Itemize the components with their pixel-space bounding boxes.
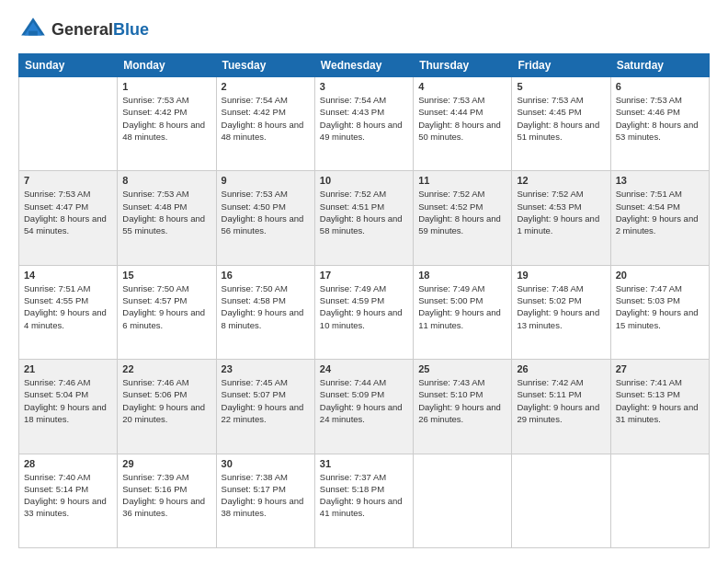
header-sunday: Sunday [19, 54, 118, 77]
calendar-cell: 24Sunrise: 7:44 AMSunset: 5:09 PMDayligh… [314, 360, 413, 454]
day-info: Sunrise: 7:51 AMSunset: 4:54 PMDaylight:… [616, 188, 704, 236]
header-monday: Monday [118, 54, 216, 77]
day-number: 15 [122, 270, 210, 281]
header-thursday: Thursday [414, 54, 512, 77]
calendar-cell: 21Sunrise: 7:46 AMSunset: 5:04 PMDayligh… [19, 360, 118, 454]
day-info: Sunrise: 7:53 AMSunset: 4:42 PMDaylight:… [122, 94, 210, 143]
day-info: Sunrise: 7:53 AMSunset: 4:47 PMDaylight:… [24, 188, 112, 236]
day-number: 17 [320, 270, 408, 281]
day-number: 26 [517, 363, 605, 374]
day-info: Sunrise: 7:49 AMSunset: 4:59 PMDaylight:… [320, 282, 408, 331]
day-number: 16 [222, 270, 310, 281]
calendar-week-row: 28Sunrise: 7:40 AMSunset: 5:14 PMDayligh… [19, 454, 710, 547]
day-number: 2 [222, 81, 310, 92]
day-number: 3 [320, 81, 408, 92]
header-wednesday: Wednesday [314, 54, 413, 77]
day-info: Sunrise: 7:50 AMSunset: 4:57 PMDaylight:… [122, 282, 210, 331]
calendar-cell: 7Sunrise: 7:53 AMSunset: 4:47 PMDaylight… [19, 171, 118, 265]
calendar-cell [414, 454, 512, 547]
header-saturday: Saturday [610, 54, 709, 77]
day-info: Sunrise: 7:42 AMSunset: 5:11 PMDaylight:… [517, 376, 605, 425]
day-info: Sunrise: 7:53 AMSunset: 4:44 PMDaylight:… [418, 94, 506, 143]
day-info: Sunrise: 7:50 AMSunset: 4:58 PMDaylight:… [222, 282, 310, 331]
day-info: Sunrise: 7:53 AMSunset: 4:46 PMDaylight:… [616, 94, 704, 143]
calendar-cell: 11Sunrise: 7:52 AMSunset: 4:52 PMDayligh… [414, 171, 512, 265]
day-number: 6 [616, 81, 704, 92]
day-number: 25 [418, 363, 506, 374]
day-number: 27 [616, 363, 704, 374]
weekday-header-row: Sunday Monday Tuesday Wednesday Thursday… [19, 54, 710, 77]
day-info: Sunrise: 7:53 AMSunset: 4:48 PMDaylight:… [122, 188, 210, 236]
calendar-cell: 12Sunrise: 7:52 AMSunset: 4:53 PMDayligh… [512, 171, 610, 265]
calendar-cell: 27Sunrise: 7:41 AMSunset: 5:13 PMDayligh… [610, 360, 709, 454]
day-info: Sunrise: 7:46 AMSunset: 5:04 PMDaylight:… [24, 376, 112, 425]
calendar-cell [610, 454, 709, 547]
day-info: Sunrise: 7:39 AMSunset: 5:16 PMDaylight:… [122, 471, 210, 520]
day-info: Sunrise: 7:48 AMSunset: 5:02 PMDaylight:… [517, 282, 605, 331]
day-info: Sunrise: 7:47 AMSunset: 5:03 PMDaylight:… [616, 282, 704, 331]
day-number: 8 [122, 175, 210, 186]
logo-blue: Blue [113, 20, 149, 39]
day-number: 11 [418, 175, 506, 186]
day-info: Sunrise: 7:54 AMSunset: 4:43 PMDaylight:… [320, 94, 408, 143]
header: GeneralBlue [18, 15, 710, 44]
day-number: 4 [418, 81, 506, 92]
calendar-cell: 9Sunrise: 7:53 AMSunset: 4:50 PMDaylight… [216, 171, 314, 265]
day-number: 22 [122, 363, 210, 374]
calendar-cell: 18Sunrise: 7:49 AMSunset: 5:00 PMDayligh… [414, 265, 512, 359]
calendar-cell: 6Sunrise: 7:53 AMSunset: 4:46 PMDaylight… [610, 77, 709, 171]
calendar-cell: 17Sunrise: 7:49 AMSunset: 4:59 PMDayligh… [314, 265, 413, 359]
calendar-cell: 10Sunrise: 7:52 AMSunset: 4:51 PMDayligh… [314, 171, 413, 265]
calendar-cell: 3Sunrise: 7:54 AMSunset: 4:43 PMDaylight… [314, 77, 413, 171]
logo: GeneralBlue [18, 15, 149, 44]
day-number: 28 [24, 458, 112, 469]
calendar-cell: 15Sunrise: 7:50 AMSunset: 4:57 PMDayligh… [118, 265, 216, 359]
calendar-cell: 29Sunrise: 7:39 AMSunset: 5:16 PMDayligh… [118, 454, 216, 547]
day-info: Sunrise: 7:44 AMSunset: 5:09 PMDaylight:… [320, 376, 408, 425]
day-number: 10 [320, 175, 408, 186]
day-number: 1 [122, 81, 210, 92]
calendar-cell: 13Sunrise: 7:51 AMSunset: 4:54 PMDayligh… [610, 171, 709, 265]
calendar-cell: 23Sunrise: 7:45 AMSunset: 5:07 PMDayligh… [216, 360, 314, 454]
day-info: Sunrise: 7:37 AMSunset: 5:18 PMDaylight:… [320, 471, 408, 520]
day-info: Sunrise: 7:45 AMSunset: 5:07 PMDaylight:… [222, 376, 310, 425]
day-info: Sunrise: 7:46 AMSunset: 5:06 PMDaylight:… [122, 376, 210, 425]
calendar-week-row: 7Sunrise: 7:53 AMSunset: 4:47 PMDaylight… [19, 171, 710, 265]
calendar-cell: 14Sunrise: 7:51 AMSunset: 4:55 PMDayligh… [19, 265, 118, 359]
logo-icon [18, 15, 48, 44]
calendar-week-row: 1Sunrise: 7:53 AMSunset: 4:42 PMDaylight… [19, 77, 710, 171]
calendar-cell: 4Sunrise: 7:53 AMSunset: 4:44 PMDaylight… [414, 77, 512, 171]
calendar-week-row: 14Sunrise: 7:51 AMSunset: 4:55 PMDayligh… [19, 265, 710, 359]
header-friday: Friday [512, 54, 610, 77]
day-info: Sunrise: 7:49 AMSunset: 5:00 PMDaylight:… [418, 282, 506, 331]
day-info: Sunrise: 7:51 AMSunset: 4:55 PMDaylight:… [24, 282, 112, 331]
calendar-cell: 22Sunrise: 7:46 AMSunset: 5:06 PMDayligh… [118, 360, 216, 454]
calendar-table: Sunday Monday Tuesday Wednesday Thursday… [18, 53, 710, 548]
page: GeneralBlue Sunday Monday Tuesday Wednes… [0, 0, 728, 563]
day-number: 14 [24, 270, 112, 281]
day-number: 20 [616, 270, 704, 281]
calendar-cell [512, 454, 610, 547]
calendar-cell: 5Sunrise: 7:53 AMSunset: 4:45 PMDaylight… [512, 77, 610, 171]
day-info: Sunrise: 7:52 AMSunset: 4:51 PMDaylight:… [320, 188, 408, 236]
day-number: 5 [517, 81, 605, 92]
calendar-cell [19, 77, 118, 171]
calendar-cell: 8Sunrise: 7:53 AMSunset: 4:48 PMDaylight… [118, 171, 216, 265]
calendar-cell: 31Sunrise: 7:37 AMSunset: 5:18 PMDayligh… [314, 454, 413, 547]
day-info: Sunrise: 7:40 AMSunset: 5:14 PMDaylight:… [24, 471, 112, 520]
calendar-cell: 20Sunrise: 7:47 AMSunset: 5:03 PMDayligh… [610, 265, 709, 359]
day-info: Sunrise: 7:41 AMSunset: 5:13 PMDaylight:… [616, 376, 704, 425]
header-tuesday: Tuesday [216, 54, 314, 77]
day-info: Sunrise: 7:43 AMSunset: 5:10 PMDaylight:… [418, 376, 506, 425]
day-number: 13 [616, 175, 704, 186]
day-number: 19 [517, 270, 605, 281]
day-number: 24 [320, 363, 408, 374]
calendar-cell: 28Sunrise: 7:40 AMSunset: 5:14 PMDayligh… [19, 454, 118, 547]
day-info: Sunrise: 7:54 AMSunset: 4:42 PMDaylight:… [222, 94, 310, 143]
day-number: 9 [222, 175, 310, 186]
day-info: Sunrise: 7:52 AMSunset: 4:52 PMDaylight:… [418, 188, 506, 236]
calendar-cell: 16Sunrise: 7:50 AMSunset: 4:58 PMDayligh… [216, 265, 314, 359]
calendar-cell: 30Sunrise: 7:38 AMSunset: 5:17 PMDayligh… [216, 454, 314, 547]
day-info: Sunrise: 7:53 AMSunset: 4:50 PMDaylight:… [222, 188, 310, 236]
calendar-cell: 19Sunrise: 7:48 AMSunset: 5:02 PMDayligh… [512, 265, 610, 359]
